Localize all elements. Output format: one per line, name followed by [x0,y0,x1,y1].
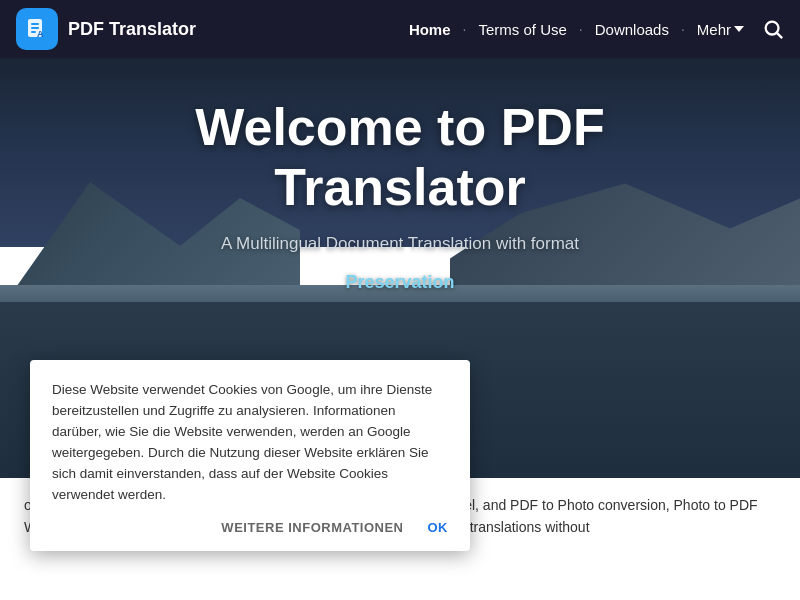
svg-rect-3 [31,31,36,33]
nav-sep-2: · [579,21,583,37]
nav-sep-1: · [463,21,467,37]
nav-mehr-label: Mehr [697,21,731,38]
nav-terms[interactable]: Terms of Use [472,17,572,42]
search-icon [762,18,784,40]
hero-subtitle: A Multilingual Document Translation with… [221,234,579,254]
logo-text: PDF Translator [68,19,196,40]
search-button[interactable] [762,18,784,40]
chevron-down-icon [734,26,744,32]
svg-text:A: A [37,29,44,39]
hero-title-line2: Translator [274,158,525,216]
hero-preservation: Preservation [345,272,454,293]
cookie-banner: Diese Website verwendet Cookies von Goog… [30,360,470,551]
logo-icon: A [16,8,58,50]
logo: A PDF Translator [16,8,196,50]
svg-point-5 [766,22,779,35]
cookie-ok-button[interactable]: OK [428,520,449,535]
nav-downloads[interactable]: Downloads [589,17,675,42]
svg-line-6 [777,33,782,38]
navbar: A PDF Translator Home · Terms of Use · D… [0,0,800,58]
cookie-text: Diese Website verwendet Cookies von Goog… [52,380,448,506]
hero-title: Welcome to PDF Translator [195,98,604,218]
nav-mehr[interactable]: Mehr [691,17,750,42]
nav-home[interactable]: Home [403,17,457,42]
svg-rect-1 [31,23,39,25]
cookie-more-button[interactable]: WEITERE INFORMATIONEN [221,520,403,535]
cookie-actions: WEITERE INFORMATIONEN OK [52,520,448,535]
hero-title-line1: Welcome to PDF [195,98,604,156]
nav-sep-3: · [681,21,685,37]
nav-links: Home · Terms of Use · Downloads · Mehr [403,17,750,42]
